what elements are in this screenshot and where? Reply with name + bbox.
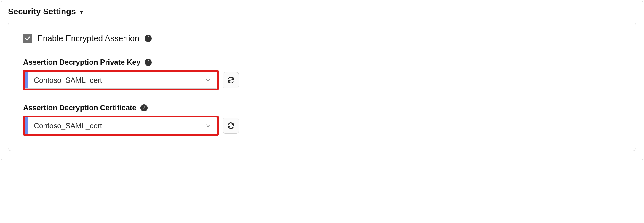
select-accent — [25, 72, 28, 88]
section-title: Security Settings — [8, 7, 76, 16]
private-key-value: Contoso_SAML_cert — [28, 76, 199, 85]
select-accent — [25, 117, 28, 134]
chevron-down-icon — [199, 77, 217, 83]
private-key-refresh-button[interactable] — [223, 72, 239, 88]
certificate-refresh-button[interactable] — [223, 118, 239, 134]
certificate-field: Assertion Decryption Certificate i Conto… — [23, 104, 621, 136]
certificate-label-row: Assertion Decryption Certificate i — [23, 104, 621, 112]
certificate-label: Assertion Decryption Certificate — [23, 104, 136, 112]
check-icon — [25, 35, 31, 41]
certificate-select-row: Contoso_SAML_cert — [23, 116, 621, 136]
settings-panel: Enable Encrypted Assertion i Assertion D… — [8, 22, 636, 151]
certificate-highlight: Contoso_SAML_cert — [23, 116, 219, 136]
info-icon[interactable]: i — [145, 35, 152, 42]
enable-encrypted-assertion-label: Enable Encrypted Assertion — [37, 34, 139, 43]
enable-encrypted-assertion-row: Enable Encrypted Assertion i — [23, 34, 621, 43]
enable-encrypted-assertion-checkbox[interactable] — [23, 34, 32, 43]
caret-down-icon: ▼ — [79, 9, 84, 15]
private-key-label: Assertion Decryption Private Key — [23, 58, 140, 67]
info-icon[interactable]: i — [145, 59, 152, 66]
private-key-field: Assertion Decryption Private Key i Conto… — [23, 58, 621, 90]
certificate-select[interactable]: Contoso_SAML_cert — [25, 117, 217, 134]
private-key-select[interactable]: Contoso_SAML_cert — [25, 72, 217, 89]
private-key-highlight: Contoso_SAML_cert — [23, 70, 219, 90]
security-settings-container: Security Settings ▼ Enable Encrypted Ass… — [1, 1, 643, 160]
private-key-select-row: Contoso_SAML_cert — [23, 70, 621, 90]
refresh-icon — [227, 76, 235, 84]
info-icon[interactable]: i — [140, 104, 148, 112]
certificate-value: Contoso_SAML_cert — [28, 122, 199, 130]
private-key-label-row: Assertion Decryption Private Key i — [23, 58, 621, 67]
section-header[interactable]: Security Settings ▼ — [8, 7, 636, 16]
refresh-icon — [227, 122, 235, 130]
chevron-down-icon — [199, 123, 217, 129]
